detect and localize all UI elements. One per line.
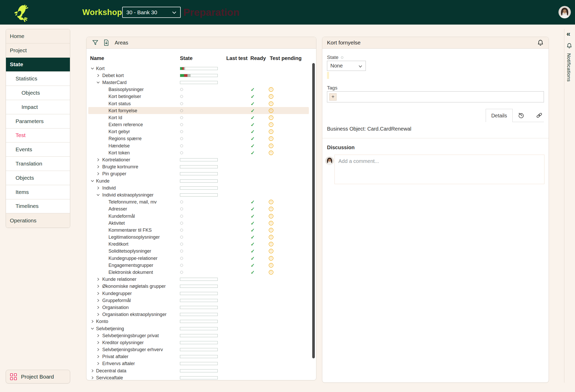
chevron-down-icon[interactable]	[96, 81, 100, 84]
sidebar-item-home[interactable]: Home	[6, 29, 70, 43]
history-icon[interactable]	[518, 112, 525, 119]
sidebar-item-impact[interactable]: Impact	[6, 100, 70, 114]
tree-row[interactable]: Decentral data	[86, 367, 316, 374]
tree-row[interactable]: Hændelse✓!	[86, 142, 316, 149]
tree-row[interactable]: Konto	[86, 318, 316, 325]
tree-row[interactable]: Serviceaftale	[86, 374, 316, 380]
tree-row[interactable]: Kort	[86, 65, 316, 72]
chevron-down-icon[interactable]	[91, 179, 94, 183]
chevron-down-icon[interactable]	[96, 193, 100, 197]
tree-row[interactable]: Erhvervs aftaler	[86, 360, 316, 367]
chevron-right-icon[interactable]	[96, 277, 100, 281]
tab-details[interactable]: Details	[486, 109, 513, 122]
tree-row[interactable]: Kunde relationer	[86, 276, 316, 283]
tree-row[interactable]: Selvbetjeningsbruger privat	[86, 332, 316, 339]
tree-row[interactable]: Pin grupper	[86, 170, 316, 177]
filter-icon[interactable]	[91, 39, 99, 47]
tree-row[interactable]: Individ	[86, 184, 316, 191]
comment-input[interactable]: Add a comment...	[334, 155, 544, 184]
chevron-right-icon[interactable]	[96, 299, 100, 302]
chevron-right-icon[interactable]	[96, 165, 100, 169]
sidebar-item-project[interactable]: Project	[6, 43, 70, 58]
chevron-right-icon[interactable]	[96, 355, 100, 358]
tree-row[interactable]: Extern reference✓!	[86, 121, 316, 128]
tree-row[interactable]: Soliditetsoplysninger✓!	[86, 248, 316, 255]
sidebar-item-test[interactable]: Test	[6, 129, 70, 143]
tree-row[interactable]: Kort gebyr✓!	[86, 128, 316, 135]
tree-scrollbar[interactable]	[312, 63, 315, 358]
sidebar-item-statistics[interactable]: Statistics	[6, 72, 70, 86]
chevron-right-icon[interactable]	[91, 320, 94, 323]
link-icon[interactable]	[536, 112, 543, 119]
tree-row[interactable]: MasterCard	[86, 79, 316, 86]
sidebar-item-parameters[interactable]: Parameters	[6, 114, 70, 129]
sidebar-item-items[interactable]: Items	[6, 185, 70, 199]
tree-row[interactable]: Telefonnumre, mail, mv✓!	[86, 199, 316, 206]
tree-row[interactable]: Kundegruppe-relationer✓!	[86, 255, 316, 262]
tree-row[interactable]: Individ ekstraoplysninger	[86, 191, 316, 198]
collapse-rail-button[interactable]: «	[566, 31, 570, 37]
chevron-right-icon[interactable]	[96, 362, 100, 365]
sidebar-item-timelines[interactable]: Timelines	[6, 199, 70, 214]
tree-row[interactable]: Brugte kortnumre	[86, 163, 316, 170]
tree-row[interactable]: Kort fornyelse✓!	[86, 107, 316, 114]
chevron-right-icon[interactable]	[96, 306, 100, 309]
tree-row[interactable]: Kort status✓!	[86, 100, 316, 107]
sidebar-item-operations[interactable]: Operations	[6, 213, 70, 228]
tree-row[interactable]: Privat aftaler	[86, 353, 316, 360]
sidebar-item-objects[interactable]: Objects	[6, 86, 70, 100]
tree-row[interactable]: Kundegrupper	[86, 290, 316, 297]
tags-input[interactable]: +	[327, 91, 544, 102]
chevron-right-icon[interactable]	[91, 369, 94, 373]
chevron-down-icon[interactable]	[91, 67, 94, 70]
tree-row[interactable]: Kreditor oplysninger	[86, 339, 316, 346]
tree-row[interactable]: Basisoplysninger✓!	[86, 86, 316, 93]
chevron-right-icon[interactable]	[91, 376, 94, 380]
chevron-right-icon[interactable]	[96, 334, 100, 337]
user-avatar[interactable]	[558, 6, 571, 18]
tree-row[interactable]: Organisation ekstraoplysninger	[86, 311, 316, 318]
tree-row[interactable]: Kort Id✓!	[86, 114, 316, 121]
tree-row[interactable]: Kort betingelser✓!	[86, 93, 316, 100]
state-select[interactable]: None	[327, 61, 366, 71]
chevron-right-icon[interactable]	[96, 186, 100, 190]
tree-row[interactable]: Selvbetjeningsbruger erhverv	[86, 346, 316, 353]
chevron-right-icon[interactable]	[96, 348, 100, 351]
tree-row[interactable]: Kommentarer til FKS✓!	[86, 227, 316, 233]
tree-row[interactable]: Gruppeformål	[86, 297, 316, 304]
add-tag-button[interactable]: +	[329, 93, 337, 101]
tree-row[interactable]: Regions spærre✓!	[86, 135, 316, 142]
chevron-right-icon[interactable]	[96, 284, 100, 288]
tree-row[interactable]: Kortrelationer	[86, 156, 316, 163]
notifications-bell-icon[interactable]	[566, 43, 572, 49]
tree-row[interactable]: Engagementsgrupper✓!	[86, 262, 316, 269]
chevron-right-icon[interactable]	[96, 313, 100, 316]
tree-row[interactable]: Kundeformål✓!	[86, 213, 316, 220]
tree-row[interactable]: Kunde	[86, 177, 316, 184]
chevron-right-icon[interactable]	[96, 341, 100, 344]
tree-row[interactable]: Elektronisk dokument✓!	[86, 269, 316, 276]
state-progress-bar	[180, 285, 218, 288]
project-board-button[interactable]: Project Board	[6, 370, 70, 383]
tree-row[interactable]: Debet kort	[86, 72, 316, 79]
export-icon[interactable]	[102, 39, 110, 47]
tree-row[interactable]: Adresser✓!	[86, 206, 316, 213]
tree-row[interactable]: Kreditkort✓!	[86, 241, 316, 248]
tree-row[interactable]: Kort token✓!	[86, 149, 316, 156]
workspace-select[interactable]: 30 - Bank 30	[122, 7, 181, 18]
tree-row[interactable]: Økonomiske nøgletals grupper	[86, 283, 316, 290]
chevron-down-icon[interactable]	[91, 327, 94, 330]
chevron-right-icon[interactable]	[96, 292, 100, 295]
chevron-right-icon[interactable]	[96, 172, 100, 176]
sidebar-item-translation[interactable]: Translation	[6, 157, 70, 171]
sidebar-item-events[interactable]: Events	[6, 142, 70, 157]
tree-row[interactable]: Aktivitet✓!	[86, 220, 316, 227]
sidebar-item-objects[interactable]: Objects	[6, 171, 70, 185]
tree-row[interactable]: Selvbetjening	[86, 325, 316, 332]
tree-row[interactable]: Legitimationsoplysninger✓!	[86, 234, 316, 241]
bell-icon[interactable]	[537, 39, 544, 46]
chevron-right-icon[interactable]	[96, 158, 100, 162]
sidebar-item-state[interactable]: State	[6, 58, 70, 72]
tree-row[interactable]: Organisation	[86, 304, 316, 311]
chevron-right-icon[interactable]	[96, 74, 100, 77]
